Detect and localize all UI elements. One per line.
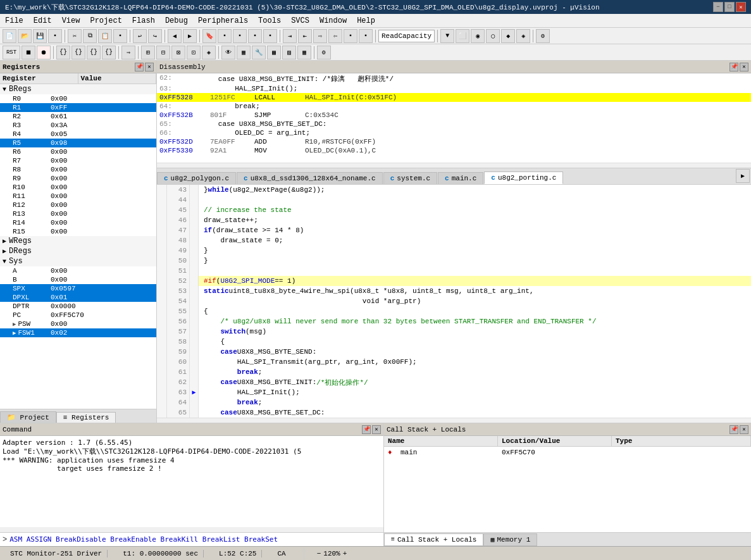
cmd-btn3[interactable]: ⊠ — [171, 46, 185, 59]
tab-callstack-locals[interactable]: ≡ Call Stack + Locals — [384, 533, 483, 546]
dbg-btn[interactable]: 🔧 — [252, 46, 266, 59]
menu-item-edit[interactable]: Edit — [28, 15, 57, 27]
zoom-plus-icon[interactable]: + — [343, 550, 347, 557]
tab-u8g2-porting[interactable]: c u8g2_porting.c — [484, 171, 563, 184]
reg-r3-row[interactable]: R30x3A — [0, 121, 156, 130]
reg-r6-row[interactable]: R60x00 — [0, 147, 156, 156]
maximize-button[interactable]: □ — [724, 2, 735, 12]
menu-item-peripherals[interactable]: Peripherals — [193, 15, 253, 27]
reg-r0-row[interactable]: R00x00 — [0, 94, 156, 103]
project-tab[interactable]: 📁 Project — [0, 411, 56, 423]
insert-bp-button[interactable]: ⇒ — [121, 46, 135, 59]
reg-r5-row[interactable]: R50x98 — [0, 139, 156, 147]
command-input-text[interactable]: ASM ASSIGN BreakDisable BreakEnable Brea… — [9, 535, 381, 544]
reg-r2-row[interactable]: R20x61 — [0, 112, 156, 121]
stepassm-button[interactable]: {} — [102, 46, 116, 59]
reg-r4-row[interactable]: R40x05 — [0, 130, 156, 139]
menu-item-window[interactable]: Window — [314, 15, 352, 27]
close-button[interactable]: ✕ — [736, 2, 746, 12]
stepout-button[interactable]: {} — [87, 46, 101, 59]
bregs-header[interactable]: ▼ BRegs — [0, 84, 156, 94]
wregs-header[interactable]: ▶ WRegs — [0, 236, 156, 246]
tb-btn16[interactable]: ▼ — [440, 29, 454, 43]
back-button[interactable]: ◀ — [168, 29, 182, 43]
menu-item-file[interactable]: File — [0, 15, 28, 27]
tb-btn17[interactable]: ⬜ — [456, 29, 469, 43]
registers-close-button[interactable]: ✕ — [145, 63, 154, 72]
dbg-btn3[interactable]: ▨ — [282, 46, 296, 59]
stepinto-button[interactable]: {} — [56, 46, 70, 59]
tb-btn12[interactable]: ⇨ — [313, 29, 327, 43]
dbg-btn2[interactable]: ▩ — [267, 46, 281, 59]
reg-dpxl-row[interactable]: DPXL0x01 — [0, 293, 156, 302]
tb-btn21[interactable]: ◈ — [516, 29, 530, 43]
reg-r13-row[interactable]: R130x00 — [0, 209, 156, 218]
reg-dptr-row[interactable]: DPTR0x0000 — [0, 302, 156, 311]
tb-btn20[interactable]: ◆ — [501, 29, 515, 43]
cmd-btn4[interactable]: ⊡ — [187, 46, 201, 59]
reg-r8-row[interactable]: R80x00 — [0, 165, 156, 174]
reg-r10-row[interactable]: R100x00 — [0, 183, 156, 192]
bookmark-button[interactable]: 🔖 — [202, 29, 216, 43]
tb-btn6[interactable]: ▪ — [218, 29, 232, 43]
menu-item-flash[interactable]: Flash — [127, 15, 160, 27]
paste-button[interactable]: 📋 — [98, 29, 112, 43]
cmd-btn5[interactable]: ◈ — [202, 46, 216, 59]
save-button[interactable]: 💾 — [33, 29, 47, 43]
forward-button[interactable]: ▶ — [183, 29, 197, 43]
reg-r1-row[interactable]: R10xFF — [0, 103, 156, 112]
minimize-button[interactable]: − — [713, 2, 723, 12]
tb-btn19[interactable]: ◯ — [486, 29, 500, 43]
settings-btn[interactable]: ⚙ — [317, 46, 331, 59]
cmd-btn1[interactable]: ⊞ — [141, 46, 155, 59]
reg-r14-row[interactable]: R140x00 — [0, 218, 156, 227]
registers-tab[interactable]: ≡ Registers — [56, 412, 116, 423]
reg-spx-row[interactable]: SPX0x0597 — [0, 284, 156, 293]
disasm-horizontal-scrollbar[interactable] — [157, 163, 751, 168]
menu-item-project[interactable]: Project — [85, 15, 127, 27]
rst-button[interactable]: RST — [3, 46, 20, 59]
cmd-btn2[interactable]: ⊟ — [156, 46, 170, 59]
mem-btn[interactable]: ▦ — [237, 46, 251, 59]
tb-btn4[interactable]: ▪ — [48, 29, 62, 43]
menu-item-debug[interactable]: Debug — [160, 15, 193, 27]
reg-fsw1-row[interactable]: ▶FSW1 0x02 — [0, 328, 156, 337]
callstack-pin-button[interactable]: 📌 — [729, 425, 738, 434]
disassembly-pin-button[interactable]: 📌 — [729, 63, 738, 72]
watch-btn[interactable]: 👁 — [221, 46, 235, 59]
code-horizontal-scrollbar[interactable] — [157, 418, 751, 423]
tb-btn15[interactable]: ▪ — [359, 29, 373, 43]
tab-u8x8-ssd1306[interactable]: c u8x8_d_ssd1306_128x64_noname.c — [237, 172, 383, 184]
reg-pc-row[interactable]: PC0xFF5C70 — [0, 311, 156, 320]
tb-btn5[interactable]: ▪ — [113, 29, 127, 43]
new-button[interactable]: 📄 — [3, 29, 16, 43]
command-close-button[interactable]: ✕ — [372, 425, 381, 434]
command-pin-button[interactable]: 📌 — [362, 425, 371, 434]
redo-button[interactable]: ↪ — [148, 29, 162, 43]
menu-item-help[interactable]: Help — [352, 15, 380, 27]
dbg-btn4[interactable]: ▦ — [297, 46, 311, 59]
reg-b-row[interactable]: B0x00 — [0, 275, 156, 284]
open-button[interactable]: 📂 — [18, 29, 32, 43]
tabs-scroll-right[interactable]: ▶ — [736, 169, 750, 183]
reg-r11-row[interactable]: R110x00 — [0, 192, 156, 201]
tb-btn8[interactable]: ▪ — [248, 29, 262, 43]
tb-btn22[interactable]: ⚙ — [536, 29, 550, 43]
copy-button[interactable]: ⧉ — [83, 29, 97, 43]
tab-u8g2-polygon[interactable]: c u8g2_polygon.c — [157, 172, 236, 184]
tb-btn9[interactable]: ▪ — [263, 29, 277, 43]
reg-r15-row[interactable]: R150x00 — [0, 227, 156, 236]
reg-psw-row[interactable]: ▶PSW 0x00 — [0, 320, 156, 328]
tb-btn14[interactable]: ▪ — [344, 29, 357, 43]
reg-r9-row[interactable]: R90x00 — [0, 174, 156, 183]
zoom-minus-icon[interactable]: − — [317, 550, 321, 557]
disassembly-close-button[interactable]: ✕ — [740, 63, 748, 72]
tb-btn7[interactable]: ▪ — [233, 29, 247, 43]
menu-item-view[interactable]: View — [57, 15, 85, 27]
run-button[interactable]: ⏺ — [37, 46, 51, 59]
menu-item-svcs[interactable]: SVCS — [286, 15, 314, 27]
tb-btn18[interactable]: ◉ — [471, 29, 485, 43]
reg-a-row[interactable]: A0x00 — [0, 266, 156, 275]
tb-btn13[interactable]: ⇦ — [328, 29, 342, 43]
cut-button[interactable]: ✂ — [68, 29, 82, 43]
